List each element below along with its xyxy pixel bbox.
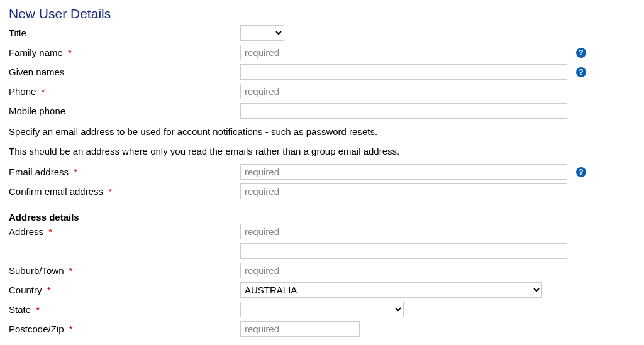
label-mobile-phone: Mobile phone bbox=[9, 106, 240, 116]
label-phone: Phone * bbox=[9, 86, 240, 97]
help-icon[interactable]: ? bbox=[576, 167, 586, 177]
row-address-heading-and-line1: Address details Address * bbox=[9, 212, 635, 239]
required-marker: * bbox=[108, 186, 112, 197]
required-marker: * bbox=[36, 304, 40, 315]
info-text-1: Specify an email address to be used for … bbox=[9, 125, 635, 138]
label-suburb: Suburb/Town * bbox=[9, 265, 240, 276]
family-name-input[interactable] bbox=[240, 45, 567, 60]
label-confirm-email-text: Confirm email address bbox=[9, 186, 103, 197]
address-line2-input[interactable] bbox=[240, 243, 567, 259]
phone-input[interactable] bbox=[240, 84, 567, 99]
page-title: New User Details bbox=[9, 6, 635, 21]
row-given-names: Given names ? bbox=[9, 64, 635, 80]
row-title: Title bbox=[9, 25, 635, 41]
row-country: Country * AUSTRALIA bbox=[9, 282, 635, 298]
label-postcode-text: Postcode/Zip bbox=[9, 324, 64, 334]
required-marker: * bbox=[74, 167, 77, 177]
label-title: Title bbox=[9, 28, 240, 38]
state-select[interactable] bbox=[240, 302, 404, 317]
label-email: Email address * bbox=[9, 167, 240, 177]
address-line1-input[interactable] bbox=[240, 224, 567, 239]
label-postcode: Postcode/Zip * bbox=[9, 324, 240, 334]
confirm-email-input[interactable] bbox=[240, 183, 567, 199]
info-text-2: This should be an address where only you… bbox=[9, 145, 635, 158]
postcode-input[interactable] bbox=[240, 321, 360, 337]
row-mobile-phone: Mobile phone bbox=[9, 103, 635, 119]
required-marker: * bbox=[68, 47, 72, 58]
label-state-text: State bbox=[9, 304, 31, 315]
required-marker: * bbox=[48, 226, 52, 237]
label-family-name: Family name * bbox=[9, 47, 240, 58]
required-marker: * bbox=[69, 324, 73, 334]
row-phone: Phone * bbox=[9, 84, 635, 99]
title-select[interactable] bbox=[240, 25, 284, 41]
label-family-name-text: Family name bbox=[9, 47, 63, 58]
label-given-names: Given names bbox=[9, 67, 240, 77]
label-phone-text: Phone bbox=[9, 86, 36, 97]
row-confirm-email: Confirm email address * bbox=[9, 183, 635, 199]
country-select[interactable]: AUSTRALIA bbox=[240, 282, 542, 298]
required-marker: * bbox=[47, 285, 51, 295]
help-icon[interactable]: ? bbox=[576, 48, 586, 58]
row-address-line2 bbox=[9, 243, 635, 259]
help-icon[interactable]: ? bbox=[576, 67, 586, 77]
label-country-text: Country bbox=[9, 285, 42, 295]
required-marker: * bbox=[42, 86, 45, 97]
label-suburb-text: Suburb/Town bbox=[9, 265, 64, 276]
required-marker: * bbox=[69, 265, 73, 276]
label-email-text: Email address bbox=[9, 167, 69, 177]
label-state: State * bbox=[9, 304, 240, 315]
mobile-phone-input[interactable] bbox=[240, 103, 567, 119]
row-email: Email address * ? bbox=[9, 164, 635, 180]
email-input[interactable] bbox=[240, 164, 567, 180]
label-address: Address * bbox=[9, 226, 240, 237]
row-postcode: Postcode/Zip * bbox=[9, 321, 635, 337]
label-country: Country * bbox=[9, 285, 240, 295]
label-address-text: Address bbox=[9, 226, 43, 237]
suburb-input[interactable] bbox=[240, 263, 567, 278]
address-details-subheading: Address details bbox=[9, 212, 635, 222]
row-family-name: Family name * ? bbox=[9, 45, 635, 60]
label-confirm-email: Confirm email address * bbox=[9, 186, 240, 197]
row-suburb: Suburb/Town * bbox=[9, 263, 635, 278]
row-state: State * bbox=[9, 302, 635, 317]
given-names-input[interactable] bbox=[240, 64, 567, 80]
